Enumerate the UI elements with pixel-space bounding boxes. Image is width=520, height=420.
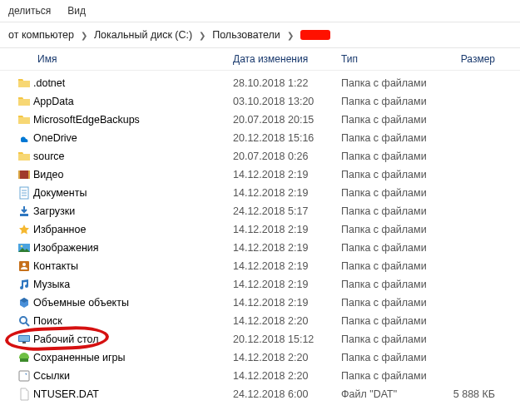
star-icon: [15, 223, 33, 236]
file-name: .dotnet: [33, 77, 233, 89]
chevron-right-icon: ❯: [81, 31, 87, 40]
file-date: 14.12.2018 2:19: [233, 279, 341, 290]
file-type: Папка с файлами: [341, 297, 441, 309]
folder-icon: [15, 95, 33, 108]
menu-bar: делиться Вид: [0, 0, 520, 22]
download-icon: [15, 205, 33, 218]
desktop-icon: [15, 333, 33, 346]
links-icon: [15, 369, 33, 383]
file-type: Папка с файлами: [341, 132, 441, 144]
file-row[interactable]: Ссылки14.12.2018 2:20Папка с файлами: [0, 367, 520, 385]
file-name: AppData: [33, 96, 233, 107]
file-date: 14.12.2018 2:19: [233, 297, 341, 309]
file-type: Папка с файлами: [341, 205, 441, 217]
file-row[interactable]: Поиск14.12.2018 2:20Папка с файлами: [0, 312, 520, 330]
file-date: 14.12.2018 2:19: [233, 224, 341, 235]
file-type: Папка с файлами: [341, 370, 441, 382]
file-date: 24.12.2018 6:00: [233, 388, 341, 400]
file-type: Папка с файлами: [341, 334, 441, 345]
file-type: Папка с файлами: [341, 187, 441, 199]
file-date: 20.07.2018 20:15: [233, 114, 341, 126]
file-row[interactable]: Документы14.12.2018 2:19Папка с файлами: [0, 184, 520, 202]
file-row[interactable]: OneDrive20.12.2018 15:16Папка с файлами: [0, 129, 520, 147]
header-size[interactable]: Размер: [441, 53, 508, 65]
file-row[interactable]: NTUSER.DAT24.12.2018 6:00Файл "DAT"5 888…: [0, 385, 520, 403]
menu-view[interactable]: Вид: [67, 5, 86, 17]
file-date: 14.12.2018 2:20: [233, 352, 341, 363]
onedrive-icon: [15, 131, 33, 145]
file-type: Папка с файлами: [341, 242, 441, 254]
chevron-right-icon: ❯: [199, 31, 206, 40]
file-date: 03.10.2018 13:20: [233, 96, 341, 107]
file-row[interactable]: AppData03.10.2018 13:20Папка с файлами: [0, 92, 520, 111]
file-row[interactable]: Изображения14.12.2018 2:19Папка с файлам…: [0, 239, 520, 257]
file-name: Музыка: [33, 279, 233, 290]
file-name: Сохраненные игры: [33, 352, 233, 363]
file-list: .dotnet28.10.2018 1:22Папка с файламиApp…: [0, 71, 520, 407]
breadcrumb-drive-c[interactable]: Локальный диск (C:): [94, 29, 192, 41]
file-name: Избранное: [33, 224, 233, 235]
file-row[interactable]: Сохраненные игры14.12.2018 2:20Папка с ф…: [0, 348, 520, 367]
search-icon: [15, 314, 33, 328]
file-date: 14.12.2018 2:19: [233, 260, 341, 272]
file-name: Поиск: [33, 315, 233, 327]
file-row[interactable]: Музыка14.12.2018 2:19Папка с файлами: [0, 275, 520, 294]
file-date: 14.12.2018 2:19: [233, 169, 341, 180]
breadcrumb-computer[interactable]: от компьютер: [8, 29, 74, 41]
file-name: Загрузки: [33, 205, 233, 217]
file-name: Ссылки: [33, 370, 233, 382]
folder-icon: [15, 113, 33, 126]
contacts-icon: [15, 259, 33, 273]
file-name: NTUSER.DAT: [33, 388, 233, 400]
file-date: 14.12.2018 2:20: [233, 315, 341, 327]
file-row[interactable]: Объемные объекты14.12.2018 2:19Папка с ф…: [0, 294, 520, 312]
file-name: Рабочий стол: [33, 334, 233, 345]
file-name: Контакты: [33, 260, 233, 272]
header-type[interactable]: Тип: [341, 53, 441, 65]
breadcrumb-users[interactable]: Пользователи: [212, 29, 280, 41]
file-type: Папка с файлами: [341, 352, 441, 363]
file-date: 14.12.2018 2:20: [233, 370, 341, 382]
file-row[interactable]: .dotnet28.10.2018 1:22Папка с файлами: [0, 74, 520, 92]
music-icon: [15, 278, 33, 291]
file-date: 14.12.2018 2:19: [233, 187, 341, 199]
header-name[interactable]: Имя: [37, 53, 233, 65]
document-icon: [15, 186, 33, 200]
file-date: 28.10.2018 1:22: [233, 77, 341, 89]
file-name: source: [33, 151, 233, 162]
file-type: Папка с файлами: [341, 96, 441, 107]
file-date: 14.12.2018 2:19: [233, 242, 341, 254]
file-name: Объемные объекты: [33, 297, 233, 309]
file-date: 20.12.2018 15:16: [233, 132, 341, 144]
file-row[interactable]: Контакты14.12.2018 2:19Папка с файлами: [0, 257, 520, 275]
file-name: Документы: [33, 187, 233, 199]
file-type: Папка с файлами: [341, 151, 441, 162]
menu-share[interactable]: делиться: [8, 5, 51, 17]
file-date: 20.07.2018 0:26: [233, 151, 341, 162]
file-row[interactable]: source20.07.2018 0:26Папка с файлами: [0, 147, 520, 166]
file-row[interactable]: Избранное14.12.2018 2:19Папка с файлами: [0, 220, 520, 239]
file-row[interactable]: Загрузки24.12.2018 5:17Папка с файлами: [0, 202, 520, 220]
chevron-right-icon: ❯: [287, 31, 294, 40]
file-date: 20.12.2018 15:12: [233, 334, 341, 345]
file-row[interactable]: Видео14.12.2018 2:19Папка с файлами: [0, 166, 520, 184]
picture-icon: [15, 241, 33, 254]
file-type: Папка с файлами: [341, 114, 441, 126]
header-date[interactable]: Дата изменения: [233, 53, 341, 65]
video-icon: [15, 168, 33, 181]
file-row[interactable]: MicrosoftEdgeBackups20.07.2018 20:15Папк…: [0, 111, 520, 129]
file-icon: [15, 388, 33, 401]
file-type: Файл "DAT": [341, 388, 441, 400]
file-type: Папка с файлами: [341, 77, 441, 89]
breadcrumb-user-redacted[interactable]: [300, 30, 330, 40]
file-name: OneDrive: [33, 132, 233, 144]
saved-icon: [15, 351, 33, 364]
file-type: Папка с файлами: [341, 169, 441, 180]
file-row[interactable]: Рабочий стол20.12.2018 15:12Папка с файл…: [0, 330, 520, 348]
folder-icon: [15, 77, 33, 90]
file-name: Видео: [33, 169, 233, 180]
objects-icon: [15, 296, 33, 309]
file-name: MicrosoftEdgeBackups: [33, 114, 233, 126]
file-size: 5 888 КБ: [441, 388, 508, 400]
file-date: 24.12.2018 5:17: [233, 205, 341, 217]
